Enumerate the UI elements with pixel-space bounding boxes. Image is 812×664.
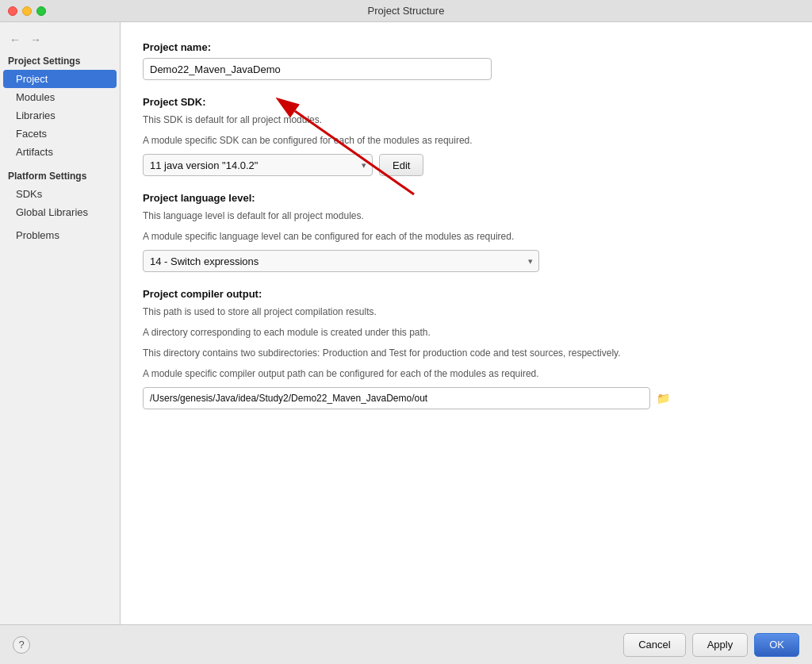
compiler-output-desc1: This path is used to store all project c… bbox=[143, 305, 790, 319]
bottom-bar: ? Cancel Apply OK bbox=[0, 624, 812, 664]
sidebar-item-project[interactable]: Project bbox=[3, 70, 117, 88]
sidebar-item-global-libraries[interactable]: Global Libraries bbox=[0, 203, 120, 221]
compiler-output-section: Project compiler output: This path is us… bbox=[143, 288, 790, 409]
language-level-desc1: This language level is default for all p… bbox=[143, 209, 790, 223]
language-level-desc2: A module specific language level can be … bbox=[143, 229, 790, 244]
folder-browse-button[interactable]: 📁 bbox=[653, 389, 672, 408]
maximize-button[interactable] bbox=[36, 6, 46, 16]
output-path-row: 📁 bbox=[143, 387, 790, 409]
compiler-output-desc3: This directory contains two subdirectori… bbox=[143, 346, 790, 360]
close-button[interactable] bbox=[8, 6, 17, 16]
sdk-select-wrapper: 11 java version "14.0.2" bbox=[143, 154, 373, 176]
bottom-left: ? bbox=[13, 636, 30, 654]
main-layout: ← → Project Settings Project Modules Lib… bbox=[0, 22, 812, 624]
project-sdk-desc2: A module specific SDK can be configured … bbox=[143, 133, 790, 148]
project-sdk-section: Project SDK: This SDK is default for all… bbox=[143, 96, 790, 176]
sdk-select[interactable]: 11 java version "14.0.2" bbox=[143, 154, 373, 176]
project-name-input[interactable] bbox=[143, 58, 492, 80]
sidebar-item-artifacts[interactable]: Artifacts bbox=[0, 143, 120, 161]
platform-settings-heading: Platform Settings bbox=[0, 166, 120, 185]
minimize-button[interactable] bbox=[22, 6, 32, 16]
language-level-select-wrapper: 14 - Switch expressions 13 - Text blocks… bbox=[143, 250, 539, 272]
sidebar-item-facets[interactable]: Facets bbox=[0, 125, 120, 143]
language-level-section: Project language level: This language le… bbox=[143, 192, 790, 272]
project-sdk-desc1: This SDK is default for all project modu… bbox=[143, 113, 790, 127]
apply-button[interactable]: Apply bbox=[692, 633, 749, 657]
project-settings-heading: Project Settings bbox=[0, 51, 120, 70]
sidebar-item-sdks[interactable]: SDKs bbox=[0, 185, 120, 203]
compiler-output-desc4: A module specific compiler output path c… bbox=[143, 367, 790, 381]
content-area: Project name: Project SDK: This SDK is d… bbox=[121, 22, 812, 624]
ok-button[interactable]: OK bbox=[754, 633, 799, 657]
sidebar: ← → Project Settings Project Modules Lib… bbox=[0, 22, 121, 624]
project-name-label: Project name: bbox=[143, 41, 790, 53]
forward-button[interactable]: → bbox=[27, 32, 44, 48]
sidebar-item-problems[interactable]: Problems bbox=[0, 226, 120, 244]
project-name-section: Project name: bbox=[143, 41, 790, 80]
language-level-label: Project language level: bbox=[143, 192, 790, 204]
help-button[interactable]: ? bbox=[13, 636, 30, 654]
language-level-select[interactable]: 14 - Switch expressions 13 - Text blocks… bbox=[143, 250, 539, 272]
window-title: Project Structure bbox=[368, 5, 445, 17]
sidebar-item-modules[interactable]: Modules bbox=[0, 88, 120, 106]
cancel-button[interactable]: Cancel bbox=[623, 633, 685, 657]
nav-row: ← → bbox=[0, 29, 120, 51]
traffic-lights bbox=[8, 6, 46, 16]
sdk-row: 11 java version "14.0.2" Edit bbox=[143, 154, 790, 176]
compiler-output-label: Project compiler output: bbox=[143, 288, 790, 300]
title-bar: Project Structure bbox=[0, 0, 812, 22]
compiler-output-desc2: A directory corresponding to each module… bbox=[143, 325, 790, 340]
sidebar-item-libraries[interactable]: Libraries bbox=[0, 106, 120, 125]
bottom-right: Cancel Apply OK bbox=[623, 633, 799, 657]
back-button[interactable]: ← bbox=[6, 32, 24, 48]
project-sdk-label: Project SDK: bbox=[143, 96, 790, 108]
folder-icon: 📁 bbox=[657, 392, 670, 405]
compiler-output-input[interactable] bbox=[143, 387, 650, 409]
edit-sdk-button[interactable]: Edit bbox=[379, 154, 423, 176]
